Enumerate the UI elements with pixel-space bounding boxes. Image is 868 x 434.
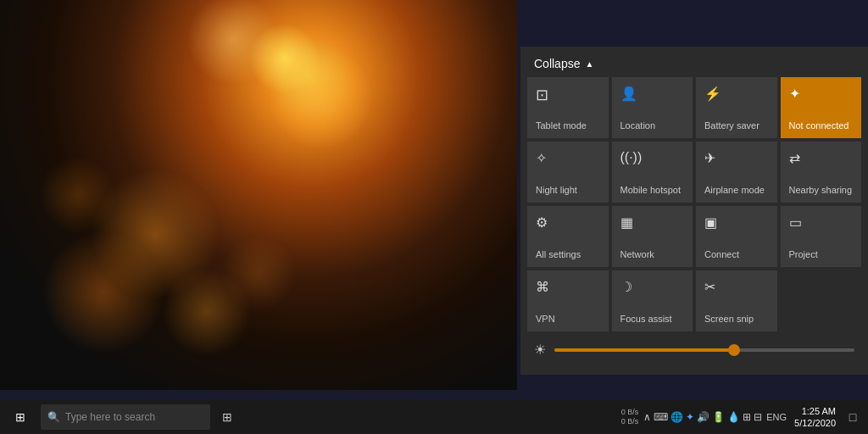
network-speed: 0 B/s 0 B/s [621,408,643,426]
tile-mobile-hotspot-label: Mobile hotspot [620,185,682,196]
tile-network-label: Network [620,249,654,260]
tile-focus-assist[interactable]: ☽ Focus assist [612,270,693,331]
tile-all-settings[interactable]: ⚙ All settings [527,206,609,267]
project-icon: ▭ [789,214,802,231]
windows-icon: ⊞ [15,410,25,424]
tray-keyboard-icon[interactable]: ⌨ [654,411,668,423]
brightness-fill [554,348,734,352]
battery-saver-icon: ⚡ [704,86,721,102]
tray-volume-icon[interactable]: 🔊 [697,411,709,423]
system-clock[interactable]: 1:25 AM 5/12/2020 [791,405,839,430]
focus-assist-icon: ☽ [620,279,632,295]
search-placeholder: Type here to search [65,411,155,423]
tile-battery-saver-label: Battery saver [704,120,760,131]
tile-tablet-mode-label: Tablet mode [536,120,587,131]
tray-icons: ∧ ⌨ 🌐 ✦ 🔊 🔋 💧 ⊞ ⊟ [643,411,762,423]
nearby-sharing-icon: ⇄ [789,150,800,166]
tile-vpn[interactable]: ⌘ VPN [527,270,609,331]
quick-actions-grid: ⊡ Tablet mode 👤 Location ⚡ Battery saver… [520,77,868,331]
collapse-chevron-icon: ▲ [585,59,593,69]
brightness-thumb [728,344,740,356]
tile-vpn-label: VPN [536,314,555,325]
tile-screen-snip-label: Screen snip [704,314,754,325]
network-icon: ▦ [620,214,633,231]
upload-speed: 0 B/s [621,408,639,417]
tile-all-settings-label: All settings [536,249,581,260]
tile-battery-saver[interactable]: ⚡ Battery saver [696,77,777,138]
notification-icon: □ [849,410,856,424]
tile-bluetooth[interactable]: ✦ Not connected [781,77,862,138]
tile-network[interactable]: ▦ Network [612,206,693,267]
collapse-button[interactable]: Collapse ▲ [520,47,868,77]
system-tray: 0 B/s 0 B/s ∧ ⌨ 🌐 ✦ 🔊 🔋 💧 ⊞ ⊟ ENG 1:25 A… [618,400,868,434]
tile-location-label: Location [620,120,656,131]
tile-nearby-sharing-label: Nearby sharing [789,185,853,196]
wallpaper [0,0,517,390]
tray-bluetooth-icon[interactable]: ✦ [686,411,694,423]
tray-water-icon[interactable]: 💧 [727,411,740,423]
tray-up-arrow-icon[interactable]: ∧ [643,411,651,423]
tile-bluetooth-label: Not connected [789,120,849,131]
tile-focus-assist-label: Focus assist [620,314,672,325]
task-view-button[interactable]: ⊞ [210,400,244,434]
airplane-mode-icon: ✈ [704,150,715,166]
action-center: Collapse ▲ ⊡ Tablet mode 👤 Location ⚡ Ba… [520,47,868,375]
empty-tile [781,270,862,331]
tile-connect-label: Connect [704,249,739,260]
tablet-mode-icon: ⊡ [536,86,548,104]
mobile-hotspot-icon: ((·)) [620,150,643,165]
tile-tablet-mode[interactable]: ⊡ Tablet mode [527,77,609,138]
tile-nearby-sharing[interactable]: ⇄ Nearby sharing [781,142,862,203]
location-icon: 👤 [620,86,637,102]
vpn-icon: ⌘ [536,279,549,295]
collapse-label: Collapse [534,57,580,70]
download-speed: 0 B/s [621,417,639,426]
tile-project-label: Project [789,249,818,260]
tile-project[interactable]: ▭ Project [781,206,862,267]
brightness-slider[interactable] [554,348,854,352]
tray-wifi-icon[interactable]: ⊞ [743,411,751,423]
clock-date: 5/12/2020 [794,417,836,429]
all-settings-icon: ⚙ [536,214,548,231]
clock-time: 1:25 AM [802,405,836,417]
start-button[interactable]: ⊞ [0,400,41,434]
tile-mobile-hotspot[interactable]: ((·)) Mobile hotspot [612,142,693,203]
tray-keyboard2-icon[interactable]: ⊟ [754,411,762,423]
brightness-control: ☀ [520,331,868,361]
tile-night-light[interactable]: ✧ Night light [527,142,609,203]
tile-night-light-label: Night light [536,185,577,196]
tray-network-icon[interactable]: 🌐 [670,411,683,423]
search-icon: 🔍 [47,411,60,423]
tile-connect[interactable]: ▣ Connect [696,206,777,267]
tray-battery-icon[interactable]: 🔋 [712,411,725,423]
task-view-icon: ⊞ [222,410,232,424]
language-indicator[interactable]: ENG [764,412,789,422]
screen-snip-icon: ✂ [704,279,715,295]
notification-button[interactable]: □ [841,400,865,434]
night-light-icon: ✧ [536,150,547,166]
tile-screen-snip[interactable]: ✂ Screen snip [696,270,777,331]
connect-icon: ▣ [704,214,717,231]
tile-location[interactable]: 👤 Location [612,77,693,138]
bluetooth-icon: ✦ [789,86,800,102]
tile-airplane-mode[interactable]: ✈ Airplane mode [696,142,777,203]
taskbar: ⊞ 🔍 Type here to search ⊞ 0 B/s 0 B/s ∧ … [0,400,868,434]
tile-airplane-mode-label: Airplane mode [704,185,765,196]
search-bar[interactable]: 🔍 Type here to search [41,404,210,430]
brightness-icon: ☀ [534,342,546,358]
